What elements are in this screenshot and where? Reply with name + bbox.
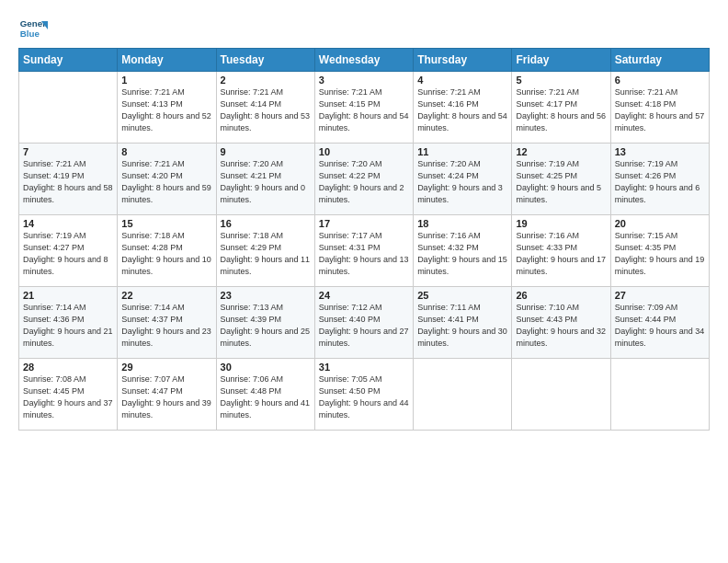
calendar-cell: 27Sunrise: 7:09 AMSunset: 4:44 PMDayligh… bbox=[610, 287, 709, 359]
calendar-cell: 1Sunrise: 7:21 AMSunset: 4:13 PMDaylight… bbox=[118, 72, 216, 144]
calendar-cell: 24Sunrise: 7:12 AMSunset: 4:40 PMDayligh… bbox=[314, 287, 413, 359]
calendar-cell: 15Sunrise: 7:18 AMSunset: 4:28 PMDayligh… bbox=[118, 215, 216, 287]
weekday-header-cell: Friday bbox=[512, 49, 610, 72]
logo: General Blue bbox=[18, 15, 51, 44]
day-number: 11 bbox=[417, 146, 507, 157]
cell-info: Sunrise: 7:19 AMSunset: 4:26 PMDaylight:… bbox=[615, 158, 705, 206]
calendar-cell: 2Sunrise: 7:21 AMSunset: 4:14 PMDaylight… bbox=[216, 72, 314, 144]
calendar-cell bbox=[610, 359, 709, 431]
day-number: 16 bbox=[221, 218, 311, 229]
cell-info: Sunrise: 7:07 AMSunset: 4:47 PMDaylight:… bbox=[121, 373, 211, 421]
cell-info: Sunrise: 7:10 AMSunset: 4:43 PMDaylight:… bbox=[516, 302, 606, 350]
calendar-cell: 9Sunrise: 7:20 AMSunset: 4:21 PMDaylight… bbox=[216, 144, 314, 215]
day-number: 22 bbox=[121, 290, 211, 301]
cell-info: Sunrise: 7:21 AMSunset: 4:15 PMDaylight:… bbox=[319, 86, 409, 134]
day-number: 12 bbox=[516, 146, 606, 157]
cell-info: Sunrise: 7:17 AMSunset: 4:31 PMDaylight:… bbox=[319, 230, 409, 278]
calendar-cell: 5Sunrise: 7:21 AMSunset: 4:17 PMDaylight… bbox=[512, 72, 610, 144]
day-number: 31 bbox=[319, 362, 409, 373]
calendar-cell: 22Sunrise: 7:14 AMSunset: 4:37 PMDayligh… bbox=[118, 287, 216, 359]
day-number: 29 bbox=[121, 362, 211, 373]
day-number: 5 bbox=[516, 75, 606, 86]
calendar-cell: 17Sunrise: 7:17 AMSunset: 4:31 PMDayligh… bbox=[314, 215, 413, 287]
svg-text:Blue: Blue bbox=[20, 29, 40, 39]
calendar-cell: 13Sunrise: 7:19 AMSunset: 4:26 PMDayligh… bbox=[610, 144, 709, 215]
calendar-cell: 30Sunrise: 7:06 AMSunset: 4:48 PMDayligh… bbox=[216, 359, 314, 431]
cell-info: Sunrise: 7:16 AMSunset: 4:33 PMDaylight:… bbox=[516, 230, 606, 278]
cell-info: Sunrise: 7:21 AMSunset: 4:18 PMDaylight:… bbox=[615, 86, 705, 134]
cell-info: Sunrise: 7:19 AMSunset: 4:27 PMDaylight:… bbox=[23, 230, 113, 278]
day-number: 23 bbox=[221, 290, 311, 301]
cell-info: Sunrise: 7:21 AMSunset: 4:17 PMDaylight:… bbox=[516, 86, 606, 134]
day-number: 24 bbox=[319, 290, 409, 301]
weekday-header-cell: Thursday bbox=[414, 49, 512, 72]
day-number: 1 bbox=[121, 75, 211, 86]
day-number: 3 bbox=[319, 75, 409, 86]
cell-info: Sunrise: 7:09 AMSunset: 4:44 PMDaylight:… bbox=[615, 302, 705, 350]
day-number: 18 bbox=[417, 218, 507, 229]
day-number: 19 bbox=[516, 218, 606, 229]
calendar-cell: 31Sunrise: 7:05 AMSunset: 4:50 PMDayligh… bbox=[314, 359, 413, 431]
cell-info: Sunrise: 7:14 AMSunset: 4:37 PMDaylight:… bbox=[121, 302, 211, 350]
calendar-cell: 12Sunrise: 7:19 AMSunset: 4:25 PMDayligh… bbox=[512, 144, 610, 215]
cell-info: Sunrise: 7:15 AMSunset: 4:35 PMDaylight:… bbox=[615, 230, 705, 278]
day-number: 20 bbox=[615, 218, 705, 229]
day-number: 10 bbox=[319, 146, 409, 157]
logo-icon: General Blue bbox=[18, 15, 48, 44]
calendar-cell: 11Sunrise: 7:20 AMSunset: 4:24 PMDayligh… bbox=[414, 144, 512, 215]
cell-info: Sunrise: 7:11 AMSunset: 4:41 PMDaylight:… bbox=[417, 302, 507, 350]
calendar-cell: 25Sunrise: 7:11 AMSunset: 4:41 PMDayligh… bbox=[414, 287, 512, 359]
day-number: 2 bbox=[221, 75, 311, 86]
calendar-cell: 3Sunrise: 7:21 AMSunset: 4:15 PMDaylight… bbox=[314, 72, 413, 144]
calendar-week-row: 1Sunrise: 7:21 AMSunset: 4:13 PMDaylight… bbox=[19, 72, 710, 144]
cell-info: Sunrise: 7:14 AMSunset: 4:36 PMDaylight:… bbox=[23, 302, 113, 350]
page: General Blue SundayMondayTuesdayWednesda… bbox=[0, 0, 728, 563]
calendar-cell: 20Sunrise: 7:15 AMSunset: 4:35 PMDayligh… bbox=[610, 215, 709, 287]
cell-info: Sunrise: 7:20 AMSunset: 4:21 PMDaylight:… bbox=[221, 158, 311, 206]
calendar-cell: 28Sunrise: 7:08 AMSunset: 4:45 PMDayligh… bbox=[19, 359, 118, 431]
calendar-week-row: 21Sunrise: 7:14 AMSunset: 4:36 PMDayligh… bbox=[19, 287, 710, 359]
cell-info: Sunrise: 7:12 AMSunset: 4:40 PMDaylight:… bbox=[319, 302, 409, 350]
calendar-cell: 21Sunrise: 7:14 AMSunset: 4:36 PMDayligh… bbox=[19, 287, 118, 359]
day-number: 8 bbox=[121, 146, 211, 157]
cell-info: Sunrise: 7:19 AMSunset: 4:25 PMDaylight:… bbox=[516, 158, 606, 206]
calendar-cell: 29Sunrise: 7:07 AMSunset: 4:47 PMDayligh… bbox=[118, 359, 216, 431]
weekday-header-cell: Monday bbox=[118, 49, 216, 72]
calendar-cell bbox=[512, 359, 610, 431]
cell-info: Sunrise: 7:18 AMSunset: 4:29 PMDaylight:… bbox=[221, 230, 311, 278]
calendar-cell: 6Sunrise: 7:21 AMSunset: 4:18 PMDaylight… bbox=[610, 72, 709, 144]
calendar-body: 1Sunrise: 7:21 AMSunset: 4:13 PMDaylight… bbox=[19, 72, 710, 431]
calendar-cell: 26Sunrise: 7:10 AMSunset: 4:43 PMDayligh… bbox=[512, 287, 610, 359]
cell-info: Sunrise: 7:21 AMSunset: 4:20 PMDaylight:… bbox=[121, 158, 211, 206]
weekday-header-row: SundayMondayTuesdayWednesdayThursdayFrid… bbox=[19, 49, 710, 72]
cell-info: Sunrise: 7:16 AMSunset: 4:32 PMDaylight:… bbox=[417, 230, 507, 278]
calendar-cell: 8Sunrise: 7:21 AMSunset: 4:20 PMDaylight… bbox=[118, 144, 216, 215]
day-number: 25 bbox=[417, 290, 507, 301]
cell-info: Sunrise: 7:20 AMSunset: 4:22 PMDaylight:… bbox=[319, 158, 409, 206]
calendar-cell bbox=[19, 72, 118, 144]
weekday-header-cell: Saturday bbox=[610, 49, 709, 72]
calendar-week-row: 14Sunrise: 7:19 AMSunset: 4:27 PMDayligh… bbox=[19, 215, 710, 287]
calendar-cell: 16Sunrise: 7:18 AMSunset: 4:29 PMDayligh… bbox=[216, 215, 314, 287]
cell-info: Sunrise: 7:21 AMSunset: 4:16 PMDaylight:… bbox=[417, 86, 507, 134]
cell-info: Sunrise: 7:13 AMSunset: 4:39 PMDaylight:… bbox=[221, 302, 311, 350]
day-number: 13 bbox=[615, 146, 705, 157]
calendar-cell: 19Sunrise: 7:16 AMSunset: 4:33 PMDayligh… bbox=[512, 215, 610, 287]
calendar-cell: 7Sunrise: 7:21 AMSunset: 4:19 PMDaylight… bbox=[19, 144, 118, 215]
day-number: 26 bbox=[516, 290, 606, 301]
cell-info: Sunrise: 7:08 AMSunset: 4:45 PMDaylight:… bbox=[23, 373, 113, 421]
cell-info: Sunrise: 7:21 AMSunset: 4:19 PMDaylight:… bbox=[23, 158, 113, 206]
calendar-week-row: 28Sunrise: 7:08 AMSunset: 4:45 PMDayligh… bbox=[19, 359, 710, 431]
calendar-cell: 4Sunrise: 7:21 AMSunset: 4:16 PMDaylight… bbox=[414, 72, 512, 144]
calendar-week-row: 7Sunrise: 7:21 AMSunset: 4:19 PMDaylight… bbox=[19, 144, 710, 215]
day-number: 6 bbox=[615, 75, 705, 86]
cell-info: Sunrise: 7:20 AMSunset: 4:24 PMDaylight:… bbox=[417, 158, 507, 206]
cell-info: Sunrise: 7:05 AMSunset: 4:50 PMDaylight:… bbox=[319, 373, 409, 421]
day-number: 17 bbox=[319, 218, 409, 229]
day-number: 28 bbox=[23, 362, 113, 373]
day-number: 27 bbox=[615, 290, 705, 301]
weekday-header-cell: Tuesday bbox=[216, 49, 314, 72]
weekday-header-cell: Sunday bbox=[19, 49, 118, 72]
day-number: 14 bbox=[23, 218, 113, 229]
calendar-cell: 14Sunrise: 7:19 AMSunset: 4:27 PMDayligh… bbox=[19, 215, 118, 287]
